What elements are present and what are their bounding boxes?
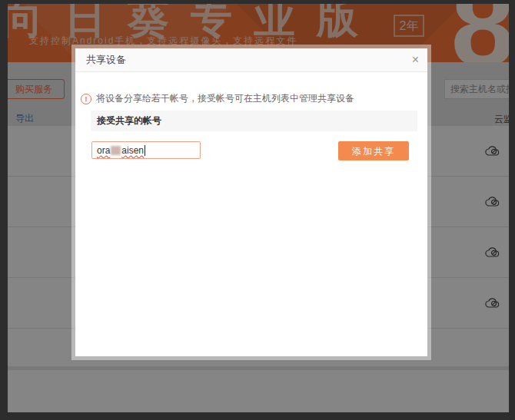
add-share-button[interactable]: 添加共享 <box>338 141 409 160</box>
exclamation-circle-icon: ! <box>81 94 91 104</box>
capture-frame: 向日葵专业版 支持控制Android手机，支持远程摄像头，支持远程文件 2年 8… <box>0 0 515 420</box>
account-value-suffix: aisen <box>121 145 144 156</box>
dialog-title: 共享设备 <box>86 48 126 71</box>
section-label: 接受共享的帐号 <box>91 111 417 131</box>
notice-text: 将设备分享给若干帐号，接受帐号可在主机列表中管理共享设备 <box>96 93 354 104</box>
text-caret <box>145 145 145 156</box>
dialog-header: 共享设备 × <box>75 48 427 72</box>
close-icon[interactable]: × <box>412 48 419 71</box>
redacted-text-block <box>111 146 121 155</box>
account-value-prefix: ora <box>97 145 110 156</box>
notice-row: ! 将设备分享给若干帐号，接受帐号可在主机列表中管理共享设备 <box>81 93 354 104</box>
share-device-dialog: 共享设备 × ! 将设备分享给若干帐号，接受帐号可在主机列表中管理共享设备 接受… <box>71 45 431 360</box>
dialog-body: ! 将设备分享给若干帐号，接受帐号可在主机列表中管理共享设备 接受共享的帐号 o… <box>75 72 427 356</box>
share-account-input[interactable]: oraaisen <box>91 141 201 159</box>
section-header-bar: 接受共享的帐号 <box>91 111 417 131</box>
